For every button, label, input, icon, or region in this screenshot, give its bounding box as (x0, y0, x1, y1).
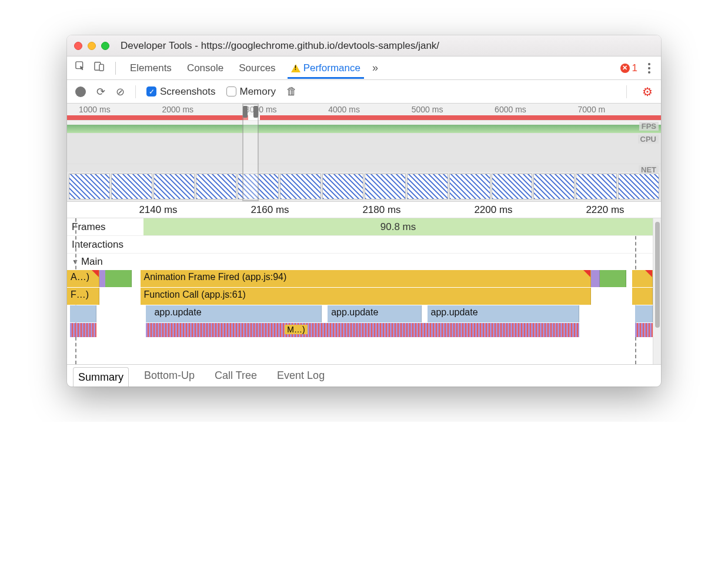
bar-label: app.update (431, 307, 478, 317)
frames-track[interactable]: Frames 90.8 ms (67, 218, 653, 236)
ruler-tick: 5000 ms (412, 105, 495, 114)
tab-bottom-up[interactable]: Bottom-Up (139, 366, 199, 385)
svg-rect-2 (99, 64, 103, 71)
panel-tabs: Elements Console Sources Performance » ✕… (67, 56, 661, 80)
interactions-label: Interactions (67, 236, 143, 253)
capture-settings-icon[interactable]: ⚙ (642, 85, 653, 99)
ruler-tick: 1000 ms (79, 105, 162, 114)
net-label: NET (639, 165, 659, 174)
bar-label: app.update (331, 307, 378, 317)
flame-bar[interactable] (600, 270, 626, 287)
tab-console[interactable]: Console (183, 58, 227, 79)
close-window-icon[interactable] (74, 42, 82, 50)
timeline-overview[interactable]: 1000 ms 2000 ms 3000 ms 4000 ms 5000 ms … (67, 104, 661, 202)
flame-bar[interactable]: F…) (67, 288, 99, 305)
bar-label: app.update (154, 307, 201, 317)
frame-duration: 90.8 ms (380, 221, 416, 233)
overview-markers (67, 115, 661, 120)
flame-row: app.update app.update app.update (67, 305, 653, 322)
details-tabs: Summary Bottom-Up Call Tree Event Log (67, 364, 661, 387)
flame-bar[interactable] (635, 305, 653, 322)
interactions-track[interactable]: Interactions (67, 236, 653, 254)
more-tabs-button[interactable]: » (372, 62, 378, 74)
fps-lane: FPS (67, 120, 661, 133)
net-lane: NET (67, 164, 661, 172)
flame-bar-app-update[interactable]: app.update (146, 305, 322, 322)
screenshot-thumbnails[interactable] (67, 172, 661, 201)
performance-toolbar: ⟳ ⊘ ✓ Screenshots Memory 🗑 ⚙ (67, 80, 661, 104)
flame-row: A…) Animation Frame Fired (app.js:94) (67, 270, 653, 287)
ruler-tick: 2200 ms (438, 204, 549, 216)
main-label: ▼ Main (67, 254, 143, 270)
device-toolbar-icon[interactable] (94, 61, 105, 75)
overview-selection[interactable] (242, 104, 259, 201)
tab-performance-label: Performance (303, 62, 360, 74)
error-badge[interactable]: ✕ 1 (620, 62, 637, 74)
tab-summary[interactable]: Summary (73, 367, 129, 387)
settings-menu-icon[interactable] (646, 61, 653, 76)
ruler-tick: 2000 ms (162, 105, 245, 114)
flame-bar-function-call[interactable]: Function Call (app.js:61) (141, 288, 592, 305)
flame-bar[interactable] (105, 270, 132, 287)
ruler-tick: 6000 ms (495, 105, 577, 114)
scrollbar-thumb[interactable] (655, 222, 660, 328)
tab-event-log[interactable]: Event Log (272, 366, 329, 385)
divider (626, 85, 627, 98)
flame-bar[interactable] (70, 305, 96, 322)
flame-scrollbar[interactable] (653, 218, 661, 364)
bar-label: Animation Frame Fired (app.js:94) (144, 272, 287, 282)
main-label-text: Main (81, 256, 103, 268)
bar-label: M…) (287, 325, 305, 334)
error-count: 1 (632, 62, 637, 74)
flame-chart[interactable]: Frames 90.8 ms Interactions ▼ Main (67, 218, 653, 364)
cpu-label: CPU (638, 135, 659, 144)
bar-label: Function Call (app.js:61) (144, 289, 246, 299)
tab-sources[interactable]: Sources (235, 58, 279, 79)
main-track-header[interactable]: ▼ Main (67, 254, 653, 270)
ruler-tick: 2140 ms (102, 204, 214, 216)
flame-bar-app-update[interactable]: app.update (328, 305, 421, 322)
flame-chart-panel: Frames 90.8 ms Interactions ▼ Main (67, 218, 661, 364)
frame-bar[interactable]: 90.8 ms (143, 218, 653, 235)
checkbox-unchecked-icon[interactable] (226, 86, 236, 96)
ruler-tick: 4000 ms (328, 105, 411, 114)
divider (135, 85, 136, 98)
flame-bar[interactable] (591, 270, 600, 287)
minimize-window-icon[interactable] (88, 42, 96, 50)
garbage-collect-icon[interactable]: 🗑 (286, 85, 297, 98)
window-titlebar: Developer Tools - https://googlechrome.g… (67, 35, 661, 56)
cpu-lane: CPU (67, 133, 661, 164)
flame-bar[interactable] (632, 288, 653, 305)
inspect-element-icon[interactable] (75, 61, 86, 75)
flame-bar[interactable] (632, 270, 653, 287)
ruler-tick: 7000 m (578, 105, 661, 114)
tab-call-tree[interactable]: Call Tree (210, 366, 262, 385)
flame-bar[interactable]: A…) (67, 270, 99, 287)
bar-label: F…) (71, 289, 89, 299)
screenshots-label: Screenshots (160, 86, 216, 98)
memory-option[interactable]: Memory (226, 86, 276, 98)
clear-button[interactable]: ⊘ (116, 85, 125, 98)
bar-label: A…) (71, 272, 89, 282)
tab-performance[interactable]: Performance (288, 58, 364, 79)
selection-handle-left[interactable] (243, 106, 248, 118)
flame-row: F…) Function Call (app.js:61) (67, 288, 653, 305)
zoom-window-icon[interactable] (101, 42, 109, 50)
window-title: Developer Tools - https://googlechrome.g… (121, 40, 439, 52)
memory-label: Memory (240, 86, 276, 98)
warning-icon (291, 64, 300, 72)
ruler-tick: 2180 ms (326, 204, 438, 216)
flame-bar-animation-frame[interactable]: Animation Frame Fired (app.js:94) (141, 270, 592, 287)
devtools-window: Developer Tools - https://googlechrome.g… (67, 35, 661, 387)
detail-ruler: 2140 ms 2160 ms 2180 ms 2200 ms 2220 ms (67, 202, 661, 218)
reload-record-button[interactable]: ⟳ (96, 85, 105, 98)
flame-bar-micro[interactable]: M…) (285, 325, 307, 334)
selection-handle-right[interactable] (253, 106, 258, 118)
frames-label: Frames (67, 218, 143, 235)
fps-label: FPS (639, 122, 659, 131)
flame-bar-app-update[interactable]: app.update (428, 305, 580, 322)
record-button[interactable] (75, 86, 86, 97)
checkbox-checked-icon[interactable]: ✓ (146, 86, 156, 96)
screenshots-option[interactable]: ✓ Screenshots (146, 86, 216, 98)
tab-elements[interactable]: Elements (126, 58, 175, 79)
